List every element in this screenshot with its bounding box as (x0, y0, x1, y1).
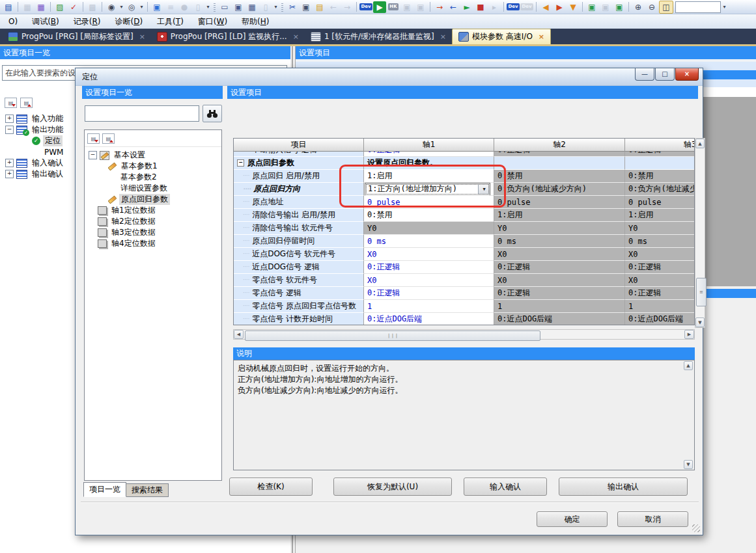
axis-value-cell[interactable]: X0 (625, 274, 695, 287)
axis-value-cell[interactable]: Y0 (494, 222, 625, 235)
redo-disabled-icon[interactable]: → (341, 1, 354, 13)
collapse-icon[interactable]: − (89, 151, 97, 159)
document-tab[interactable]: ProgPou [PRG] [局部标签设置]× (2, 29, 151, 44)
axis-value-cell[interactable]: Y0 (364, 222, 494, 235)
dialog-search-input[interactable] (85, 105, 199, 122)
expand-icon[interactable]: + (5, 115, 14, 123)
input-confirm-button[interactable]: 输入确认 (464, 478, 547, 496)
tab-search-result[interactable]: 搜索结果 (126, 483, 169, 497)
axis-value-cell[interactable]: 0 ms (625, 235, 695, 248)
axis1-cell[interactable]: 0:正逻辑 (364, 287, 494, 300)
chip-disabled-icon[interactable]: ▩ (86, 1, 99, 13)
undo-disabled-icon[interactable]: ← (327, 1, 340, 13)
zoom-in-icon[interactable]: ⊕ (632, 1, 645, 13)
ok-button[interactable]: 确定 (537, 511, 608, 527)
merge-disabled-icon[interactable]: ≡ (164, 1, 177, 13)
toolbar-overflow2-icon[interactable]: ▾ (273, 1, 279, 13)
set-display-caret-icon[interactable]: ▾ (119, 1, 124, 13)
watch-grid-icon[interactable]: ▦ (245, 1, 259, 13)
collapse-icon[interactable]: − (5, 126, 14, 134)
tab-close-icon[interactable]: × (539, 33, 544, 41)
copy-icon[interactable]: ▣ (300, 1, 313, 13)
tree-item-PWM[interactable]: PWM (4, 146, 65, 157)
axis-value-cell[interactable]: 1 (494, 300, 625, 313)
write-comment-icon[interactable]: ▨ (53, 1, 66, 13)
user-disabled-icon[interactable]: ▯ (259, 1, 272, 13)
axis-value-cell[interactable]: 0:正逻辑 (625, 261, 695, 274)
toolbar-overflow3-icon[interactable]: ▾ (721, 1, 727, 13)
expand-icon[interactable]: + (5, 170, 14, 178)
collapse-icon[interactable]: − (237, 159, 244, 167)
scroll-up-icon[interactable]: ▲ (695, 139, 705, 148)
write-to-plc-icon[interactable]: → (433, 1, 446, 13)
tree-item-轴4定位数据[interactable]: 轴4定位数据 (89, 238, 221, 249)
split-view-icon[interactable]: ◫ (659, 1, 673, 14)
read-from-plc-icon[interactable]: ← (447, 1, 460, 13)
axis-value-cell[interactable]: 1 (625, 300, 695, 313)
axis-value-cell[interactable]: 0 pulse (625, 196, 695, 209)
scroll-up-icon[interactable]: ▲ (684, 361, 693, 370)
axis-value-cell[interactable]: 0:禁用 (625, 170, 695, 183)
cut-icon[interactable]: ✂ (286, 1, 299, 13)
tree-item-输出确认[interactable]: +输出确认 (4, 169, 65, 180)
document-tab[interactable]: 模块参数 高速I/O× (452, 29, 551, 44)
monitor-terminal-icon[interactable]: ▶ (373, 1, 386, 13)
monitor-start-icon[interactable]: ► (460, 1, 473, 13)
axis-value-cell[interactable]: Y0 (625, 222, 695, 235)
tree-item-原点回归参数[interactable]: 原点回归参数 (89, 194, 221, 205)
collapse-all-icon[interactable]: ▤ (5, 98, 17, 108)
tree-item-输入功能[interactable]: +输入功能 (4, 113, 65, 124)
axis1-cell[interactable]: 0:禁用 (364, 209, 494, 222)
tree-item-轴2定位数据[interactable]: 轴2定位数据 (89, 216, 221, 227)
menu-item-调试B[interactable]: 调试(B) (25, 15, 66, 29)
tree-item-基本参数1[interactable]: 基本参数1 (89, 161, 221, 172)
axis-value-cell[interactable]: 0:近点DOG后端 (625, 313, 695, 325)
verify-disabled-icon[interactable]: ▸ (488, 1, 501, 13)
program-edit-icon[interactable]: ▦ (35, 1, 48, 13)
restore-default-button[interactable]: 恢复为默认(U) (333, 478, 452, 496)
program-gray-icon[interactable]: ▦ (21, 1, 34, 13)
tree-item-基本参数2[interactable]: 基本参数2 (89, 172, 221, 183)
page-prev-icon[interactable]: ◀ (539, 1, 552, 13)
tree-item-轴3定位数据[interactable]: 轴3定位数据 (89, 227, 221, 238)
paste-icon[interactable]: ▤ (313, 1, 326, 13)
axis-value-cell[interactable]: 0:正逻辑 (625, 152, 694, 157)
tree-item-输出功能[interactable]: −✓输出功能 (4, 124, 65, 135)
axis1-cell[interactable]: 0:正逻辑 (364, 152, 494, 157)
axis-value-cell[interactable]: 0:禁用 (494, 170, 625, 183)
axis-value-cell[interactable]: 0:正逻辑 (494, 261, 625, 274)
monitor-stop-icon[interactable]: ■ (474, 1, 487, 13)
dev-off-icon[interactable]: Dev (520, 1, 533, 13)
tab-close-icon[interactable]: × (293, 33, 299, 41)
device-search-icon[interactable]: ◎ (125, 1, 138, 13)
axis1-cell[interactable]: X0 (364, 248, 494, 261)
scrollbar-thumb[interactable]: ❘❘❘ (245, 330, 540, 341)
document-tab[interactable]: 1 [软元件/缓冲存储器批量监视]× (305, 29, 452, 44)
check-button[interactable]: 检查(K) (229, 478, 313, 496)
page-next-icon[interactable]: ▼ (567, 1, 580, 13)
device-replace-icon[interactable]: HK (387, 1, 400, 13)
memory-monitor-icon[interactable]: ▭ (218, 1, 231, 13)
scroll-down-icon[interactable]: ▼ (684, 460, 693, 469)
axis-value-cell[interactable]: 0:正逻辑 (494, 287, 625, 300)
spell-check-icon[interactable]: ✓ (67, 1, 80, 13)
ref2-disabled-icon[interactable]: ▣ (414, 1, 427, 13)
axis-value-cell[interactable]: 0:正逻辑 (494, 152, 625, 157)
docking-window-icon[interactable]: ▤ (2, 1, 15, 13)
axis-value-cell[interactable]: 0:负方向(地址减少方向) (494, 183, 625, 196)
axis-value-cell[interactable]: 0:负方向(地址减少方向) (625, 183, 695, 196)
axis-value-cell[interactable]: X0 (625, 248, 695, 261)
expand-all-icon[interactable]: ▤ (20, 98, 33, 108)
axis-value-cell[interactable]: X0 (494, 274, 625, 287)
axis-value-cell[interactable]: X0 (494, 248, 625, 261)
output-confirm-button[interactable]: 输出确认 (559, 478, 688, 496)
device-find-icon[interactable]: Dev (359, 1, 372, 13)
axis1-cell[interactable]: X0 (364, 274, 494, 287)
menu-item-记录R[interactable]: 记录(R) (66, 15, 108, 29)
dev-on-icon[interactable]: Dev (507, 1, 520, 13)
scrollbar-thumb[interactable]: ≡ (696, 278, 707, 306)
expand-all-icon[interactable]: ▤ (102, 133, 115, 144)
tab-close-icon[interactable]: × (440, 33, 446, 41)
table-vertical-scrollbar[interactable]: ▲ ≡ ▼ (695, 138, 705, 328)
restore-button[interactable]: □ (655, 68, 675, 81)
